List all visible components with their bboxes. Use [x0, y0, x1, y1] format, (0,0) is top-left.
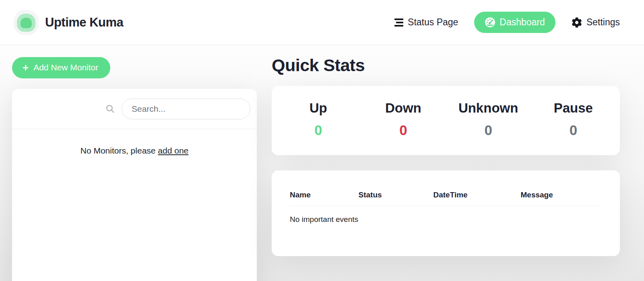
stat-up-label: Up [276, 101, 361, 116]
nav-dashboard-label: Dashboard [500, 17, 545, 28]
events-column-message: Message [521, 187, 602, 206]
stat-pause: Pause 0 [531, 101, 616, 138]
monitor-list-card: No Monitors, please add one [12, 89, 257, 281]
add-one-link[interactable]: add one [158, 146, 188, 155]
no-monitors-text: No Monitors, please [80, 146, 158, 155]
nav-settings[interactable]: Settings [572, 17, 620, 28]
events-column-status: Status [359, 187, 433, 206]
app-logo-icon [14, 10, 39, 35]
no-monitors-message: No Monitors, please add one [12, 129, 257, 156]
stat-pause-label: Pause [531, 101, 616, 116]
plus-icon: + [23, 64, 29, 72]
nav-status-page-label: Status Page [408, 17, 458, 28]
events-column-datetime: DateTime [433, 187, 521, 206]
stat-up: Up 0 [276, 101, 361, 138]
stat-unknown: Unknown 0 [446, 101, 531, 138]
list-icon [394, 18, 403, 27]
gauge-icon [485, 17, 495, 28]
app-header: Uptime Kuma Status Page [0, 0, 644, 45]
dashboard-main: Quick Stats Up 0 Down 0 Unknown 0 Pause … [272, 45, 620, 281]
stat-pause-value: 0 [531, 122, 616, 138]
monitor-sidebar: + Add New Monitor No Monitors, please ad… [12, 45, 257, 281]
events-header-row: Name Status DateTime Message [290, 187, 602, 206]
add-new-monitor-label: Add New Monitor [33, 63, 98, 72]
stat-unknown-label: Unknown [446, 101, 531, 116]
stat-down-value: 0 [361, 122, 446, 138]
app-logo-inner-layer [21, 18, 32, 28]
search-input[interactable] [122, 98, 250, 119]
stat-unknown-value: 0 [446, 122, 531, 138]
quick-stats-card: Up 0 Down 0 Unknown 0 Pause 0 [272, 86, 620, 155]
no-events-message: No important events [290, 206, 602, 228]
important-events-card: Name Status DateTime Message No importan… [272, 170, 620, 256]
page-title: Quick Stats [272, 55, 620, 75]
app-logo-mid-layer [17, 14, 35, 32]
app-title: Uptime Kuma [45, 15, 123, 30]
top-nav: Status Page Dashboard [394, 12, 620, 33]
stat-down-label: Down [361, 101, 446, 116]
stat-up-value: 0 [276, 122, 361, 138]
add-new-monitor-button[interactable]: + Add New Monitor [12, 57, 110, 78]
brand: Uptime Kuma [14, 10, 123, 35]
gear-icon [572, 17, 582, 28]
search-icon [105, 104, 115, 114]
important-events-table: Name Status DateTime Message No importan… [290, 187, 602, 228]
stat-down: Down 0 [361, 101, 446, 138]
events-column-name: Name [290, 187, 359, 206]
nav-settings-label: Settings [586, 17, 620, 28]
content-area: + Add New Monitor No Monitors, please ad… [0, 45, 644, 281]
nav-dashboard[interactable]: Dashboard [474, 12, 555, 33]
events-empty-row: No important events [290, 206, 602, 228]
nav-status-page[interactable]: Status Page [394, 17, 458, 28]
monitor-search-row [12, 89, 257, 129]
